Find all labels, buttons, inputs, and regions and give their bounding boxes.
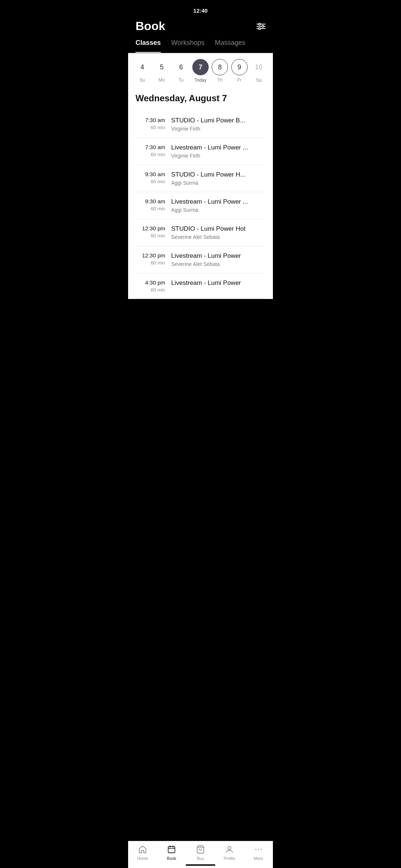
day-number: 4 <box>134 59 150 75</box>
class-duration: 60 min <box>136 206 165 211</box>
tab-classes[interactable]: Classes <box>136 39 161 53</box>
status-bar: 12:40 <box>128 0 273 16</box>
class-instructor: Severine Alet Sebata <box>171 234 265 240</box>
calendar-day-8[interactable]: 8 Th <box>211 59 229 83</box>
class-details: Livestream - Lumi Power ... Virginie Fir… <box>171 144 265 159</box>
calendar-day-9[interactable]: 9 Fr <box>231 59 248 83</box>
class-time-main: 7:30 am <box>136 144 165 150</box>
class-details: STUDIO - Lumi Power B... Virginie Firth <box>171 117 265 132</box>
class-name: Livestream - Lumi Power <box>171 279 265 287</box>
calendar-days: 4 Su 5 Mo 6 Tu 7 Today 8 Th <box>131 59 270 83</box>
class-item[interactable]: 12:30 pm 60 min Livestream - Lumi Power … <box>136 246 265 273</box>
class-duration: 60 min <box>136 260 165 266</box>
class-item[interactable]: 4:30 pm 60 min Livestream - Lumi Power <box>136 273 265 299</box>
class-time-main: 9:30 am <box>136 171 165 177</box>
svg-point-1 <box>259 23 261 25</box>
day-number: 10 <box>251 59 267 75</box>
svg-point-5 <box>259 27 261 29</box>
status-time: 12:40 <box>193 7 208 14</box>
classes-list: 7:30 am 60 min STUDIO - Lumi Power B... … <box>136 111 265 299</box>
day-number: 9 <box>231 59 248 75</box>
class-time: 9:30 am 60 min <box>136 198 165 211</box>
day-label: Sa <box>256 78 261 83</box>
filter-icon <box>257 23 265 30</box>
tab-workshops[interactable]: Workshops <box>171 39 205 53</box>
class-item[interactable]: 7:30 am 60 min Livestream - Lumi Power .… <box>136 138 265 165</box>
day-label: Th <box>217 78 222 83</box>
page-title: Book <box>136 19 165 33</box>
class-details: Livestream - Lumi Power <box>171 279 265 288</box>
calendar-day-6[interactable]: 6 Tu <box>172 59 190 83</box>
day-number: 7 <box>192 59 209 75</box>
class-name: STUDIO - Lumi Power H... <box>171 171 265 178</box>
day-number: 8 <box>212 59 228 75</box>
class-name: Livestream - Lumi Power <box>171 252 265 260</box>
day-label: Today <box>195 78 206 83</box>
class-time: 7:30 am 60 min <box>136 117 165 130</box>
class-time-main: 12:30 pm <box>136 225 165 231</box>
class-details: STUDIO - Lumi Power H... Aggi Surma <box>171 171 265 186</box>
class-details: Livestream - Lumi Power ... Aggi Surma <box>171 198 265 213</box>
class-duration: 60 min <box>136 233 165 239</box>
class-item[interactable]: 7:30 am 60 min STUDIO - Lumi Power B... … <box>136 111 265 138</box>
class-item[interactable]: 9:30 am 60 min Livestream - Lumi Power .… <box>136 192 265 219</box>
tabs: Classes Workshops Massages <box>128 39 273 53</box>
class-instructor: Virginie Firth <box>171 126 265 132</box>
class-details: Livestream - Lumi Power Severine Alet Se… <box>171 252 265 267</box>
class-time-main: 12:30 pm <box>136 252 165 259</box>
calendar: 4 Su 5 Mo 6 Tu 7 Today 8 Th <box>128 53 273 86</box>
calendar-day-7[interactable]: 7 Today <box>192 59 209 83</box>
class-instructor: Aggi Surma <box>171 180 265 186</box>
class-time-main: 9:30 am <box>136 198 165 204</box>
day-label: Tu <box>179 78 184 83</box>
content-area: Wednesday, August 7 7:30 am 60 min STUDI… <box>128 86 273 299</box>
class-time: 9:30 am 60 min <box>136 171 165 184</box>
class-duration: 60 min <box>136 179 165 184</box>
class-details: STUDIO - Lumi Power Hot Severine Alet Se… <box>171 225 265 240</box>
class-item[interactable]: 12:30 pm 60 min STUDIO - Lumi Power Hot … <box>136 219 265 246</box>
header: Book <box>128 16 273 39</box>
class-duration: 60 min <box>136 125 165 130</box>
class-instructor: Severine Alet Sebata <box>171 261 265 267</box>
day-label: Su <box>140 78 145 83</box>
date-heading: Wednesday, August 7 <box>136 93 265 103</box>
class-time: 7:30 am 60 min <box>136 144 165 157</box>
tab-massages[interactable]: Massages <box>215 39 245 53</box>
calendar-day-4[interactable]: 4 Su <box>133 59 151 83</box>
class-time-main: 4:30 pm <box>136 279 165 286</box>
calendar-day-5[interactable]: 5 Mo <box>153 59 170 83</box>
day-number: 6 <box>173 59 189 75</box>
svg-point-3 <box>262 25 264 27</box>
class-instructor: Virginie Firth <box>171 153 265 159</box>
class-instructor: Aggi Surma <box>171 207 265 213</box>
class-time: 12:30 pm 60 min <box>136 252 165 266</box>
class-name: Livestream - Lumi Power ... <box>171 144 265 151</box>
filter-button[interactable] <box>257 23 265 30</box>
day-label: Fr <box>237 78 241 83</box>
class-name: STUDIO - Lumi Power B... <box>171 117 265 124</box>
class-name: STUDIO - Lumi Power Hot <box>171 225 265 233</box>
class-duration: 60 min <box>136 152 165 157</box>
class-name: Livestream - Lumi Power ... <box>171 198 265 206</box>
day-label: Mo <box>159 78 165 83</box>
class-duration: 60 min <box>136 287 165 293</box>
class-time-main: 7:30 am <box>136 117 165 123</box>
class-time: 4:30 pm 60 min <box>136 279 165 293</box>
calendar-day-10[interactable]: 10 Sa <box>250 59 268 83</box>
class-time: 12:30 pm 60 min <box>136 225 165 239</box>
class-item[interactable]: 9:30 am 60 min STUDIO - Lumi Power H... … <box>136 165 265 192</box>
day-number: 5 <box>153 59 170 75</box>
